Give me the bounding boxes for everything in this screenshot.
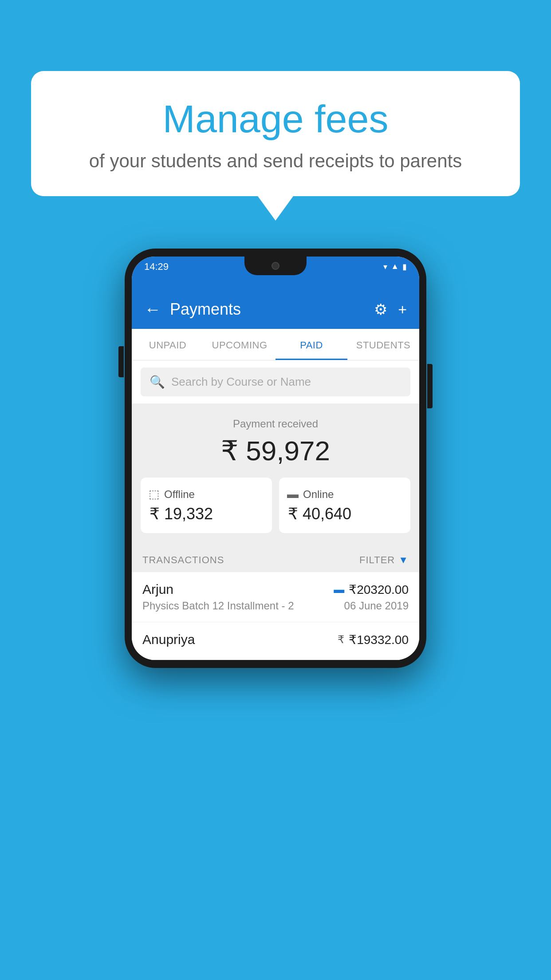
tab-paid[interactable]: PAID bbox=[276, 329, 347, 360]
transaction-date: 06 June 2019 bbox=[344, 600, 409, 612]
tab-students[interactable]: STUDENTS bbox=[347, 329, 419, 360]
transaction-amount: ₹20320.00 bbox=[349, 582, 409, 597]
notch-bump bbox=[244, 257, 307, 275]
payment-section: Payment received ₹ 59,972 ⬚ Offline ₹ 19… bbox=[132, 403, 419, 545]
speech-bubble-subtitle: of your students and send receipts to pa… bbox=[58, 150, 493, 172]
phone-screen: 14:29 ▾ ▲ ▮ ← Payments ⚙ + bbox=[132, 257, 419, 660]
wifi-icon: ▾ bbox=[383, 262, 387, 272]
tab-unpaid[interactable]: UNPAID bbox=[132, 329, 204, 360]
online-card: ▬ Online ₹ 40,640 bbox=[279, 478, 410, 533]
transaction-bottom: Physics Batch 12 Installment - 2 06 June… bbox=[142, 600, 409, 612]
add-icon[interactable]: + bbox=[398, 301, 407, 318]
offline-icon: ⬚ bbox=[149, 487, 160, 501]
search-placeholder: Search by Course or Name bbox=[171, 375, 311, 389]
settings-icon[interactable]: ⚙ bbox=[374, 300, 387, 318]
app-bar-title: Payments bbox=[170, 300, 365, 319]
transaction-top-2: Anupriya ₹ ₹19332.00 bbox=[142, 632, 409, 647]
battery-icon: ▮ bbox=[402, 262, 407, 272]
payment-label: Payment received bbox=[141, 418, 410, 430]
app-bar-icons: ⚙ + bbox=[374, 300, 407, 318]
notch-area: 14:29 ▾ ▲ ▮ bbox=[132, 257, 419, 290]
filter-button[interactable]: FILTER ▼ bbox=[359, 554, 409, 566]
search-container: 🔍 Search by Course or Name bbox=[132, 360, 419, 403]
transaction-name-2: Anupriya bbox=[142, 632, 195, 647]
status-time: 14:29 bbox=[144, 261, 169, 273]
status-icons: ▾ ▲ ▮ bbox=[383, 262, 407, 272]
payment-cards: ⬚ Offline ₹ 19,332 ▬ Online ₹ 40,640 bbox=[141, 478, 410, 533]
filter-text: FILTER bbox=[359, 554, 395, 566]
transaction-amount-row-2: ₹ ₹19332.00 bbox=[338, 632, 409, 647]
filter-icon: ▼ bbox=[398, 554, 409, 566]
offline-card-header: ⬚ Offline bbox=[149, 487, 264, 501]
speech-bubble-title: Manage fees bbox=[58, 98, 493, 141]
online-icon: ▬ bbox=[287, 487, 299, 501]
speech-bubble: Manage fees of your students and send re… bbox=[31, 71, 520, 196]
online-type: Online bbox=[303, 488, 334, 501]
transaction-amount-2: ₹19332.00 bbox=[349, 632, 409, 647]
phone-wrapper: 14:29 ▾ ▲ ▮ ← Payments ⚙ + bbox=[125, 249, 426, 668]
phone: 14:29 ▾ ▲ ▮ ← Payments ⚙ + bbox=[125, 249, 426, 668]
search-bar[interactable]: 🔍 Search by Course or Name bbox=[141, 368, 410, 396]
transaction-top: Arjun ▬ ₹20320.00 bbox=[142, 582, 409, 597]
transaction-card-icon: ▬ bbox=[334, 583, 344, 596]
transaction-name: Arjun bbox=[142, 582, 173, 597]
transactions-header: TRANSACTIONS FILTER ▼ bbox=[132, 545, 419, 572]
signal-icon: ▲ bbox=[391, 262, 399, 271]
app-bar: ← Payments ⚙ + bbox=[132, 290, 419, 329]
speech-bubble-container: Manage fees of your students and send re… bbox=[31, 71, 520, 221]
offline-amount: ₹ 19,332 bbox=[150, 505, 264, 523]
tab-upcoming[interactable]: UPCOMING bbox=[204, 329, 276, 360]
offline-type: Offline bbox=[164, 488, 195, 501]
camera bbox=[272, 262, 279, 270]
payment-amount: ₹ 59,972 bbox=[141, 435, 410, 467]
online-card-header: ▬ Online bbox=[287, 487, 402, 501]
transaction-rupee-icon: ₹ bbox=[338, 633, 344, 646]
transaction-amount-row: ▬ ₹20320.00 bbox=[334, 582, 409, 597]
back-button[interactable]: ← bbox=[144, 300, 161, 319]
transaction-course: Physics Batch 12 Installment - 2 bbox=[142, 600, 294, 612]
transactions-label: TRANSACTIONS bbox=[142, 554, 224, 566]
transaction-row[interactable]: Arjun ▬ ₹20320.00 Physics Batch 12 Insta… bbox=[132, 572, 419, 622]
online-amount: ₹ 40,640 bbox=[288, 505, 402, 523]
offline-card: ⬚ Offline ₹ 19,332 bbox=[141, 478, 272, 533]
transaction-row[interactable]: Anupriya ₹ ₹19332.00 bbox=[132, 622, 419, 660]
speech-bubble-tail bbox=[258, 196, 293, 221]
tabs: UNPAID UPCOMING PAID STUDENTS bbox=[132, 329, 419, 360]
search-icon: 🔍 bbox=[150, 375, 165, 389]
